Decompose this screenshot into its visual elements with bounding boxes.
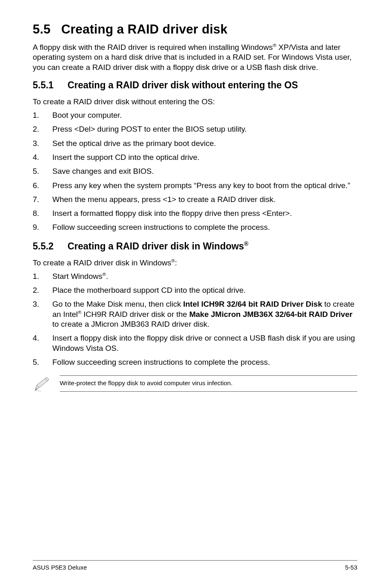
registered-mark: ® (78, 309, 81, 314)
step1-pre: Start Windows (52, 272, 102, 281)
s3d: ICH9R RAID driver disk or the (81, 310, 189, 319)
step-text: Place the motherboard support CD into th… (52, 285, 357, 295)
step-number: 1. (33, 272, 52, 281)
step-text: Insert a floppy disk into the floppy dis… (52, 333, 357, 353)
pencil-icon (33, 375, 51, 394)
list-item: 5.Save changes and exit BIOS. (33, 166, 357, 176)
step-number: 2. (33, 124, 52, 134)
step-number: 1. (33, 110, 52, 120)
list-item: 6.Press any key when the system prompts … (33, 181, 357, 191)
intro-text-1: A floppy disk with the RAID driver is re… (33, 43, 273, 52)
step-text: Insert a formatted floppy disk into the … (52, 209, 357, 218)
list-item: 1. Start Windows®. (33, 272, 357, 281)
section-2-heading: 5.5.2Creating a RAID driver disk in Wind… (33, 241, 357, 252)
step1-post: . (106, 272, 108, 281)
list-item: 7.When the menu appears, press <1> to cr… (33, 195, 357, 204)
section-2-lead: To create a RAID driver disk in Windows®… (33, 258, 357, 267)
s3e: Make JMicron JMB36X 32/64-bit RAID Drive… (189, 310, 352, 319)
step-text: Press <Del> during POST to enter the BIO… (52, 124, 357, 134)
s3f: to create a JMicron JMB363 RAID driver d… (52, 320, 209, 328)
step-number: 5. (33, 357, 52, 367)
intro-paragraph: A floppy disk with the RAID driver is re… (33, 43, 357, 72)
section-1-heading: 5.5.1Creating a RAID driver disk without… (33, 80, 357, 91)
step-text: Insert the support CD into the optical d… (52, 153, 357, 162)
step-text: Start Windows®. (52, 272, 357, 281)
page: 5.5Creating a RAID driver disk A floppy … (0, 0, 390, 588)
s3b: Intel ICH9R 32/64 bit RAID Driver Disk (183, 300, 322, 308)
footer-left: ASUS P5E3 Deluxe (33, 564, 87, 571)
list-item: 8.Insert a formatted floppy disk into th… (33, 209, 357, 218)
list-item: 1.Boot your computer. (33, 110, 357, 120)
step-number: 4. (33, 153, 52, 162)
step-text: Boot your computer. (52, 110, 357, 120)
step-number: 7. (33, 195, 52, 204)
section-1-steps: 1.Boot your computer. 2.Press <Del> duri… (33, 110, 357, 233)
list-item: 4.Insert the support CD into the optical… (33, 153, 357, 162)
step-text: Follow succeeding screen instructions to… (52, 222, 357, 232)
step-number: 3. (33, 139, 52, 148)
section-1-number: 5.5.1 (33, 80, 54, 91)
step-text: Set the optical drive as the primary boo… (52, 139, 357, 148)
step-number: 3. (33, 299, 52, 329)
step-number: 5. (33, 166, 52, 176)
list-item: 2.Press <Del> during POST to enter the B… (33, 124, 357, 134)
page-title: 5.5Creating a RAID driver disk (33, 22, 357, 37)
step-text: When the menu appears, press <1> to crea… (52, 195, 357, 204)
lead-text: To create a RAID driver disk in Windows (33, 258, 171, 267)
step-text: Press any key when the system prompts “P… (52, 181, 357, 191)
lead-suffix: : (175, 258, 177, 267)
footer-right: 5-53 (345, 564, 357, 571)
note-text: Write-protect the floppy disk to avoid c… (60, 375, 357, 392)
section-1-lead: To create a RAID driver disk without ent… (33, 97, 357, 106)
section-2-number: 5.5.2 (33, 241, 54, 252)
step-number: 4. (33, 333, 52, 353)
step-text: Go to the Make Disk menu, then click Int… (52, 299, 357, 329)
note: Write-protect the floppy disk to avoid c… (33, 375, 357, 394)
section-1-title: Creating a RAID driver disk without ente… (67, 80, 298, 90)
step-number: 8. (33, 209, 52, 218)
registered-mark: ® (102, 271, 106, 276)
list-item: 4. Insert a floppy disk into the floppy … (33, 333, 357, 353)
section-2-steps: 1. Start Windows®. 2. Place the motherbo… (33, 272, 357, 368)
step-text: Save changes and exit BIOS. (52, 166, 357, 176)
list-item: 9.Follow succeeding screen instructions … (33, 222, 357, 232)
list-item: 2. Place the motherboard support CD into… (33, 285, 357, 295)
section-2-title: Creating a RAID driver disk in Windows (67, 241, 244, 251)
s3a: Go to the Make Disk menu, then click (52, 300, 183, 308)
step-number: 6. (33, 181, 52, 191)
page-footer: ASUS P5E3 Deluxe 5-53 (33, 560, 357, 571)
list-item: 3.Set the optical drive as the primary b… (33, 139, 357, 148)
step-number: 2. (33, 285, 52, 295)
list-item: 5. Follow succeeding screen instructions… (33, 357, 357, 367)
heading-text: Creating a RAID driver disk (61, 22, 228, 36)
registered-mark: ® (171, 258, 175, 263)
step-number: 9. (33, 222, 52, 232)
registered-mark: ® (244, 240, 249, 247)
registered-mark: ® (273, 43, 276, 48)
step-text: Follow succeeding screen instructions to… (52, 357, 357, 367)
heading-number: 5.5 (33, 22, 51, 37)
list-item: 3. Go to the Make Disk menu, then click … (33, 299, 357, 329)
